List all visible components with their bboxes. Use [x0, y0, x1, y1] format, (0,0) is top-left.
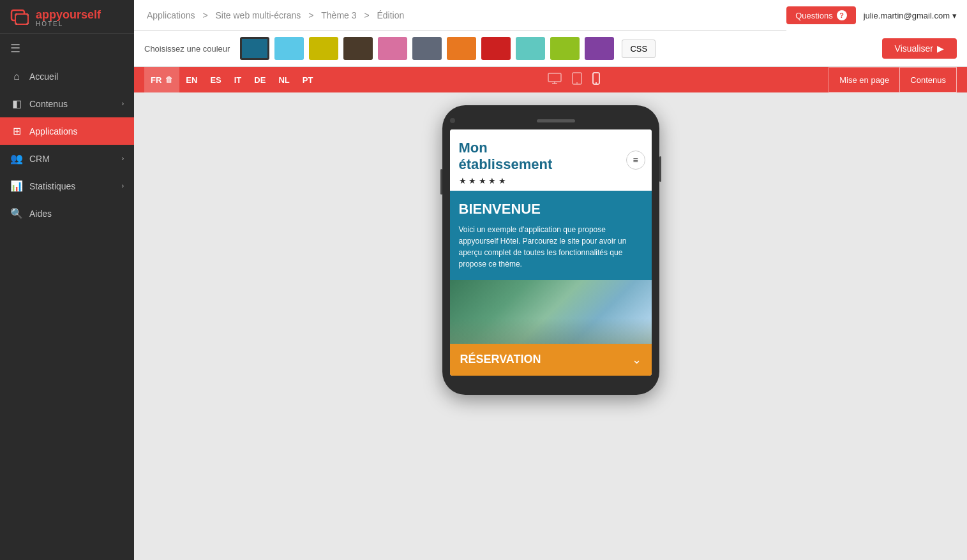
delete-fr-icon[interactable]: 🗑 [165, 75, 173, 84]
visualiser-icon: ▶ [937, 43, 944, 54]
questions-button[interactable]: Questions ? [786, 6, 856, 24]
chevron-right-crm-icon: › [122, 155, 124, 162]
lang-de-label: DE [254, 75, 266, 85]
questions-icon: ? [837, 10, 847, 20]
visualiser-label: Visualiser [895, 43, 933, 54]
tab-contenus[interactable]: Contenus [899, 67, 957, 92]
breadcrumb-edition: Édition [377, 10, 404, 20]
brand-suffix: yourself [56, 8, 101, 21]
nav-aides[interactable]: 🔍 Aides [0, 200, 134, 227]
establishment-name: Monétablissement [459, 140, 643, 173]
brand-name: appyourself [36, 9, 101, 20]
swatch-dark-brown[interactable] [343, 37, 373, 60]
lang-tab-de[interactable]: DE [248, 67, 272, 92]
breadcrumb-theme[interactable]: Thème 3 [321, 10, 356, 20]
lang-it-label: IT [234, 75, 242, 85]
tab-mise-en-page[interactable]: Mise en page [828, 67, 899, 92]
swatch-teal[interactable] [516, 37, 545, 60]
description-text: Voici un exemple d'application que propo… [459, 224, 643, 270]
lang-nl-label: NL [278, 75, 289, 85]
home-icon: ⌂ [10, 71, 23, 82]
swatch-pink[interactable] [378, 37, 407, 60]
tab-contenus-label: Contenus [910, 75, 946, 85]
svg-point-7 [576, 82, 578, 84]
lang-tab-it[interactable]: IT [228, 67, 248, 92]
phone-mockup: Monétablissement ★ ★ ★ ★ ★ ≡ BIENVENUE V… [442, 105, 659, 395]
nav-label-aides: Aides [29, 209, 52, 219]
lang-tab-fr[interactable]: FR 🗑 [144, 67, 179, 92]
logo-text: appyourself HOTEL [36, 9, 101, 27]
breadcrumb-applications[interactable]: Applications [147, 10, 195, 20]
device-icons [548, 72, 600, 88]
main-content: Applications > Site web multi-écrans > T… [134, 0, 967, 560]
lang-tab-es[interactable]: ES [204, 67, 227, 92]
user-info[interactable]: julie.martin@gmail.com ▾ [864, 11, 957, 20]
tablet-icon[interactable] [572, 72, 582, 88]
chevron-right-icon: › [122, 100, 124, 107]
screen-menu-button[interactable]: ≡ [626, 151, 645, 170]
chevron-right-stats-icon: › [122, 182, 124, 189]
crm-icon: 👥 [10, 152, 23, 165]
breadcrumb: Applications > Site web multi-écrans > T… [144, 10, 407, 20]
lang-tab-pt[interactable]: PT [296, 67, 320, 92]
phone-camera [450, 118, 455, 123]
aides-icon: 🔍 [10, 207, 23, 219]
breadcrumb-sep1: > [202, 10, 210, 20]
color-bar-label: Choisissez une couleur [144, 44, 230, 54]
swatch-red[interactable] [481, 37, 511, 60]
lang-en-label: EN [186, 75, 197, 85]
view-tabs: Mise en page Contenus [828, 67, 957, 92]
breadcrumb-sep2: > [308, 10, 316, 20]
user-dropdown-icon: ▾ [952, 11, 957, 20]
reservation-bar[interactable]: RÉSERVATION ⌄ [450, 344, 652, 376]
swatch-orange[interactable] [447, 37, 476, 60]
logo-area: appyourself HOTEL [0, 0, 134, 34]
lang-tab-nl[interactable]: NL [272, 67, 296, 92]
nav-accueil[interactable]: ⌂ Accueil [0, 63, 134, 90]
breadcrumb-site-web[interactable]: Site web multi-écrans [215, 10, 301, 20]
phone-screen: Monétablissement ★ ★ ★ ★ ★ ≡ BIENVENUE V… [450, 129, 652, 376]
breadcrumb-sep3: > [364, 10, 371, 20]
phone-top [450, 118, 652, 123]
swatch-purple[interactable] [585, 37, 614, 60]
nav-label-applications: Applications [29, 126, 78, 136]
svg-point-9 [596, 82, 597, 84]
questions-label: Questions [795, 11, 833, 20]
mobile-icon[interactable] [592, 72, 600, 88]
swatch-blue-dark[interactable] [240, 37, 269, 60]
nav-crm[interactable]: 👥 CRM › [0, 145, 134, 172]
nav-label-crm: CRM [29, 154, 50, 164]
lang-tab-en[interactable]: EN [179, 67, 204, 92]
color-picker-bar: Choisissez une couleur CSS Visualiser ▶ [134, 31, 967, 67]
nav-statistiques[interactable]: 📊 Statistiques › [0, 172, 134, 200]
contenus-icon: ◧ [10, 98, 23, 110]
screen-banner: BIENVENUE Voici un exemple d'application… [450, 191, 652, 280]
visualiser-button[interactable]: Visualiser ▶ [882, 38, 957, 59]
svg-rect-1 [15, 14, 28, 24]
screen-header: Monétablissement ★ ★ ★ ★ ★ ≡ [450, 129, 652, 191]
nav-label-contenus: Contenus [29, 99, 68, 109]
nav-contenus[interactable]: ◧ Contenus › [0, 90, 134, 117]
preview-area: Monétablissement ★ ★ ★ ★ ★ ≡ BIENVENUE V… [134, 92, 967, 560]
svg-rect-3 [548, 73, 561, 82]
swatch-gray[interactable] [412, 37, 442, 60]
lang-pt-label: PT [303, 75, 313, 85]
reservation-arrow-icon: ⌄ [632, 353, 641, 367]
nav-label-accueil: Accueil [29, 71, 58, 82]
welcome-text: BIENVENUE [459, 201, 643, 217]
swatch-lime[interactable] [550, 37, 580, 60]
swatch-blue-light[interactable] [274, 37, 304, 60]
desktop-icon[interactable] [548, 73, 562, 87]
global-header: Questions ? julie.martin@gmail.com ▾ [786, 0, 967, 31]
topbar: Applications > Site web multi-écrans > T… [134, 0, 967, 31]
lang-device-bar: FR 🗑 EN ES IT DE NL PT [134, 67, 967, 92]
swatch-yellow-green[interactable] [309, 37, 338, 60]
hamburger-menu[interactable]: ☰ [0, 34, 134, 63]
lang-es-label: ES [210, 75, 221, 85]
nav-applications[interactable]: ⊞ Applications [0, 117, 134, 145]
brand-sub: HOTEL [36, 20, 101, 27]
css-button[interactable]: CSS [622, 40, 656, 58]
lang-fr-label: FR [151, 75, 161, 85]
phone-side-btn-left [440, 169, 442, 195]
stars-rating: ★ ★ ★ ★ ★ [459, 176, 643, 186]
